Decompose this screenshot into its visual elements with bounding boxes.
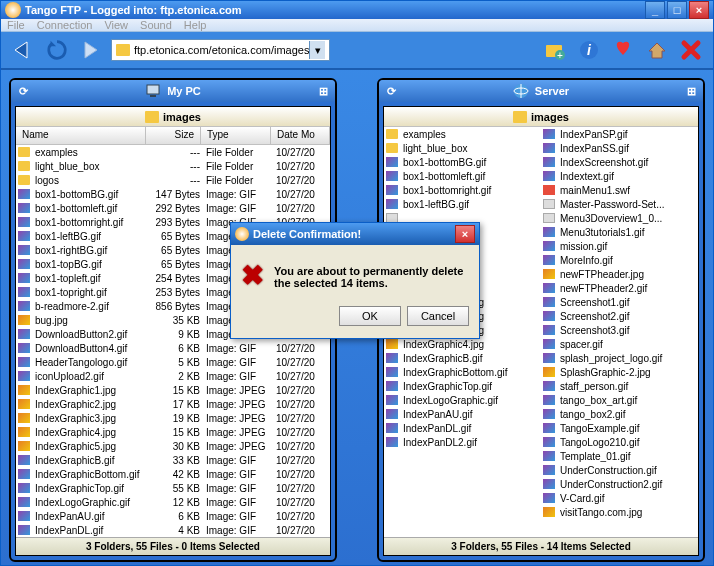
- file-row[interactable]: Indextext.gif: [541, 169, 698, 183]
- local-file-list[interactable]: examples---File Folder10/27/20light_blue…: [16, 145, 330, 537]
- panel-expand-icon[interactable]: ⊞: [683, 83, 699, 99]
- dialog-close-button[interactable]: ×: [455, 225, 475, 243]
- file-row[interactable]: Master-Password-Set...: [541, 197, 698, 211]
- minimize-button[interactable]: _: [645, 1, 665, 19]
- ok-button[interactable]: OK: [339, 306, 401, 326]
- back-button[interactable]: [9, 36, 37, 64]
- file-size: 17 KB: [148, 399, 203, 410]
- file-row[interactable]: light_blue_box: [384, 141, 541, 155]
- file-row[interactable]: Screenshot2.gif: [541, 309, 698, 323]
- panel-refresh-icon[interactable]: ⟳: [15, 83, 31, 99]
- new-folder-button[interactable]: +: [541, 36, 569, 64]
- file-row[interactable]: box1-bottomBG.gif: [384, 155, 541, 169]
- file-row[interactable]: SplashGraphic-2.jpg: [541, 365, 698, 379]
- file-row[interactable]: IndexGraphic4.jpg: [384, 337, 541, 351]
- favorite-button[interactable]: [609, 36, 637, 64]
- close-button[interactable]: ×: [689, 1, 709, 19]
- file-row[interactable]: IndexLogoGraphic.gif: [384, 393, 541, 407]
- file-row[interactable]: box1-bottomBG.gif147 BytesImage: GIF10/2…: [16, 187, 330, 201]
- file-row[interactable]: IndexGraphic4.jpg15 KBImage: JPEG10/27/2…: [16, 425, 330, 439]
- file-row[interactable]: examples---File Folder10/27/20: [16, 145, 330, 159]
- menu-file[interactable]: File: [7, 19, 25, 31]
- gif-icon: [18, 301, 30, 311]
- file-row[interactable]: IndexPanDL.gif: [384, 421, 541, 435]
- file-row[interactable]: splash_project_logo.gif: [541, 351, 698, 365]
- file-row[interactable]: IndexPanAU.gif: [384, 407, 541, 421]
- file-row[interactable]: Screenshot1.gif: [541, 295, 698, 309]
- refresh-button[interactable]: [43, 36, 71, 64]
- file-row[interactable]: box1-bottomright.gif: [384, 183, 541, 197]
- file-row[interactable]: DownloadButton4.gif6 KBImage: GIF10/27/2…: [16, 341, 330, 355]
- file-row[interactable]: tango_box_art.gif: [541, 393, 698, 407]
- file-row[interactable]: staff_person.gif: [541, 379, 698, 393]
- file-row[interactable]: TangoLogo210.gif: [541, 435, 698, 449]
- file-row[interactable]: IndexGraphicBottom.gif42 KBImage: GIF10/…: [16, 467, 330, 481]
- file-row[interactable]: visitTango.com.jpg: [541, 505, 698, 519]
- file-row[interactable]: HeaderTangologo.gif5 KBImage: GIF10/27/2…: [16, 355, 330, 369]
- cancel-button[interactable]: Cancel: [407, 306, 469, 326]
- address-bar[interactable]: ftp.etonica.com/etonica.com/images ▾: [111, 39, 330, 61]
- address-dropdown[interactable]: ▾: [309, 41, 325, 59]
- file-row[interactable]: IndexPanDL2.gif: [384, 435, 541, 449]
- file-row[interactable]: IndexPanSP.gif: [541, 127, 698, 141]
- home-button[interactable]: [643, 36, 671, 64]
- file-row[interactable]: box1-bottomleft.gif292 BytesImage: GIF10…: [16, 201, 330, 215]
- col-size[interactable]: Size: [146, 127, 201, 144]
- file-row[interactable]: IndexGraphic2.jpg17 KBImage: JPEG10/27/2…: [16, 397, 330, 411]
- file-row[interactable]: Menu3Doverview1_0...: [541, 211, 698, 225]
- file-row[interactable]: TangoExample.gif: [541, 421, 698, 435]
- file-row[interactable]: IndexGraphicTop.gif55 KBImage: GIF10/27/…: [16, 481, 330, 495]
- file-row[interactable]: Screenshot3.gif: [541, 323, 698, 337]
- file-row[interactable]: light_blue_box---File Folder10/27/20: [16, 159, 330, 173]
- file-name: IndexGraphic5.jpg: [32, 441, 148, 452]
- titlebar[interactable]: Tango FTP - Logged into: ftp.etonica.com…: [1, 1, 713, 19]
- menu-sound[interactable]: Sound: [140, 19, 172, 31]
- file-row[interactable]: iconUpload2.gif2 KBImage: GIF10/27/20: [16, 369, 330, 383]
- file-row[interactable]: MoreInfo.gif: [541, 253, 698, 267]
- file-row[interactable]: newFTPheader.jpg: [541, 267, 698, 281]
- info-button[interactable]: i: [575, 36, 603, 64]
- file-type: Image: GIF: [203, 189, 273, 200]
- file-row[interactable]: box1-leftBG.gif: [384, 197, 541, 211]
- file-row[interactable]: IndexLogoGraphic.gif12 KBImage: GIF10/27…: [16, 495, 330, 509]
- file-row[interactable]: IndexPanAU.gif6 KBImage: GIF10/27/20: [16, 509, 330, 523]
- file-row[interactable]: IndexGraphicBottom.gif: [384, 365, 541, 379]
- file-row[interactable]: UnderConstruction.gif: [541, 463, 698, 477]
- menu-connection[interactable]: Connection: [37, 19, 93, 31]
- file-row[interactable]: IndexGraphicB.gif: [384, 351, 541, 365]
- file-row[interactable]: V-Card.gif: [541, 491, 698, 505]
- file-row[interactable]: box1-bottomleft.gif: [384, 169, 541, 183]
- forward-button[interactable]: [77, 36, 105, 64]
- delete-button[interactable]: [677, 36, 705, 64]
- menu-view[interactable]: View: [104, 19, 128, 31]
- file-row[interactable]: spacer.gif: [541, 337, 698, 351]
- file-row[interactable]: IndexGraphicTop.gif: [384, 379, 541, 393]
- file-row[interactable]: mainMenu1.swf: [541, 183, 698, 197]
- file-row[interactable]: mission.gif: [541, 239, 698, 253]
- file-row[interactable]: IndexGraphic3.jpg19 KBImage: JPEG10/27/2…: [16, 411, 330, 425]
- file-row[interactable]: IndexGraphic5.jpg30 KBImage: JPEG10/27/2…: [16, 439, 330, 453]
- file-row[interactable]: examples: [384, 127, 541, 141]
- file-row[interactable]: tango_box2.gif: [541, 407, 698, 421]
- dialog-titlebar[interactable]: Delete Confirmation! ×: [231, 223, 479, 245]
- jpg-icon: [18, 427, 30, 437]
- file-row[interactable]: IndexScreenshot.gif: [541, 155, 698, 169]
- file-row[interactable]: UnderConstruction2.gif: [541, 477, 698, 491]
- file-row[interactable]: Menu3tutorials1.gif: [541, 225, 698, 239]
- menu-help[interactable]: Help: [184, 19, 207, 31]
- file-row[interactable]: IndexPanSS.gif: [541, 141, 698, 155]
- col-date[interactable]: Date Mo: [271, 127, 330, 144]
- file-row[interactable]: newFTPheader2.gif: [541, 281, 698, 295]
- file-name: IndexGraphic2.jpg: [32, 399, 148, 410]
- panel-refresh-icon[interactable]: ⟳: [383, 83, 399, 99]
- file-row[interactable]: logos---File Folder10/27/20: [16, 173, 330, 187]
- file-row[interactable]: Template_01.gif: [541, 449, 698, 463]
- file-row[interactable]: IndexGraphicB.gif33 KBImage: GIF10/27/20: [16, 453, 330, 467]
- file-row[interactable]: IndexPanDL.gif4 KBImage: GIF10/27/20: [16, 523, 330, 537]
- file-size: 5 KB: [148, 357, 203, 368]
- maximize-button[interactable]: □: [667, 1, 687, 19]
- panel-expand-icon[interactable]: ⊞: [315, 83, 331, 99]
- col-type[interactable]: Type: [201, 127, 271, 144]
- file-row[interactable]: IndexGraphic1.jpg15 KBImage: JPEG10/27/2…: [16, 383, 330, 397]
- col-name[interactable]: Name: [16, 127, 146, 144]
